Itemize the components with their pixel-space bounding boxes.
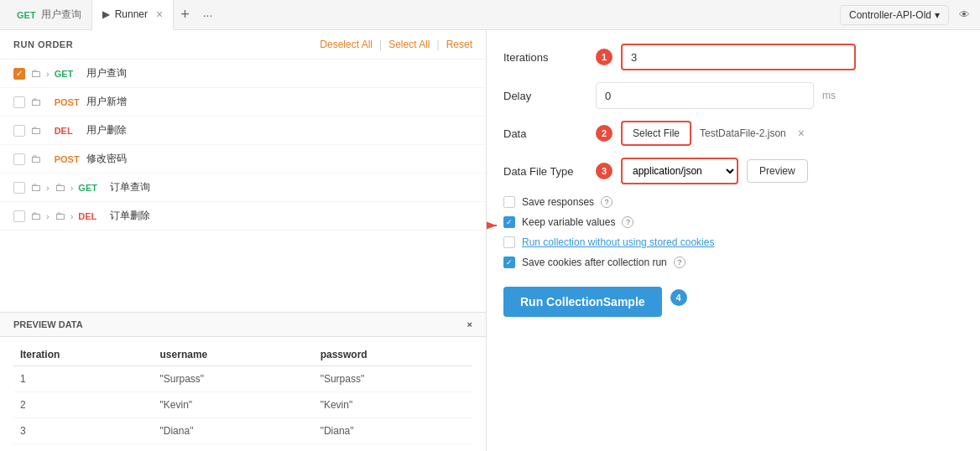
cell-password: "Kevin"	[314, 392, 472, 418]
cell-username: "Kevin"	[154, 392, 314, 418]
method-get-badge: GET	[55, 69, 81, 79]
run-button-row: Run CollectionSample 4	[503, 278, 963, 317]
collection-selector[interactable]: Controller-API-Old ▾	[840, 5, 949, 25]
step-3-badge: 3	[596, 163, 612, 179]
main-content: RUN ORDER Deselect All | Select All | Re…	[0, 30, 980, 451]
tab-get-label: 用户查询	[41, 8, 81, 22]
cell-password: "Surpass"	[314, 366, 472, 392]
run-button-label: Run CollectionSample	[520, 295, 645, 308]
checkbox-6[interactable]	[13, 210, 25, 222]
cell-iteration: 2	[13, 392, 154, 418]
cell-iteration: 3	[13, 418, 154, 444]
step-1-badge: 1	[596, 49, 612, 65]
preview-button[interactable]: Preview	[747, 159, 808, 183]
preview-table: Iteration username password 1 "Surpass" …	[0, 337, 486, 451]
table-row: 3 "Diana" "Diana"	[13, 418, 472, 444]
data-table: Iteration username password 1 "Surpass" …	[13, 344, 472, 444]
tab-more-button[interactable]: ···	[196, 8, 220, 22]
sub-folder-icon: 🗀	[55, 210, 65, 222]
method-post-badge: POST	[55, 154, 81, 164]
col-header-password: password	[314, 344, 472, 366]
keep-variable-checkbox[interactable]	[503, 216, 515, 228]
reset-button[interactable]: Reset	[446, 39, 472, 50]
checkbox-4[interactable]	[13, 153, 25, 165]
run-without-cookies-checkbox[interactable]	[503, 236, 515, 248]
folder-icon: 🗀	[30, 153, 41, 165]
select-all-button[interactable]: Select All	[388, 39, 430, 50]
select-file-button[interactable]: Select File	[621, 121, 691, 146]
folder-icon: 🗀	[30, 67, 41, 80]
iterations-label: Iterations	[503, 51, 587, 64]
tab-runner-label: Runner	[115, 8, 148, 20]
method-get-badge: GET	[78, 183, 105, 193]
preview-data-title: PREVIEW DATA	[13, 319, 83, 329]
method-del-badge: DEL	[78, 211, 105, 221]
chevron-icon: ›	[70, 183, 74, 193]
list-item[interactable]: 🗀 › POST 修改密码	[0, 145, 486, 174]
save-cookies-info-icon[interactable]: ?	[674, 257, 685, 268]
cell-username: "Surpass"	[154, 366, 314, 392]
checkbox-3[interactable]	[13, 125, 25, 137]
save-responses-checkbox[interactable]	[503, 196, 515, 208]
iterations-input[interactable]	[621, 44, 856, 70]
checkbox-2[interactable]	[13, 96, 25, 108]
list-item[interactable]: 🗀 › GET 用户查询	[0, 60, 486, 88]
save-responses-info-icon[interactable]: ?	[601, 196, 612, 208]
arrow-svg	[487, 218, 502, 233]
request-list: 🗀 › GET 用户查询 🗀 › POST 用户新增 🗀 › DEL 用户删除	[0, 60, 486, 312]
sub-folder-icon: 🗀	[55, 181, 65, 194]
deselect-all-button[interactable]: Deselect All	[320, 39, 373, 50]
run-collection-button[interactable]: Run CollectionSample	[503, 287, 662, 317]
folder-icon: 🗀	[30, 96, 41, 108]
list-item[interactable]: 🗀 › 🗀 › GET 订单查询	[0, 174, 486, 202]
delay-unit: ms	[822, 90, 836, 101]
collection-chevron-icon: ▾	[935, 9, 940, 21]
cell-username: "Diana"	[154, 418, 314, 444]
cell-password: "Diana"	[314, 418, 472, 444]
list-item[interactable]: 🗀 › POST 用户新增	[0, 88, 486, 117]
list-item[interactable]: 🗀 › 🗀 › DEL 订单删除	[0, 202, 486, 231]
keep-variable-container: Keep variable values ?	[503, 216, 963, 228]
tab-close-icon[interactable]: ×	[156, 8, 163, 21]
tab-get[interactable]: GET 用户查询	[7, 0, 92, 30]
preview-data-header: PREVIEW DATA ×	[0, 312, 486, 337]
cell-iteration: 1	[13, 366, 154, 392]
save-cookies-label: Save cookies after collection run	[522, 257, 667, 268]
run-without-cookies-row: Run collection without using stored cook…	[503, 236, 963, 248]
col-header-iteration: Iteration	[13, 344, 154, 366]
method-del-badge: DEL	[55, 126, 81, 136]
table-row: 1 "Surpass" "Surpass"	[13, 366, 472, 392]
method-post-badge: POST	[55, 97, 81, 107]
keep-variable-label: Keep variable values	[522, 216, 615, 228]
chevron-icon: ›	[46, 183, 50, 193]
checkbox-5[interactable]	[13, 182, 25, 194]
delay-row: Delay ms	[503, 82, 963, 109]
run-without-cookies-label: Run collection without using stored cook…	[522, 236, 714, 248]
folder-icon: 🗀	[30, 124, 41, 137]
request-name: 修改密码	[86, 152, 127, 166]
file-type-label: Data File Type	[503, 165, 587, 178]
folder-icon: 🗀	[30, 210, 41, 222]
keep-variable-row: Keep variable values ?	[503, 216, 963, 228]
request-name: 用户新增	[86, 95, 127, 109]
tab-runner[interactable]: ▶ Runner ×	[92, 0, 175, 30]
file-type-select[interactable]: application/json text/csv	[621, 158, 738, 184]
delay-input[interactable]	[596, 82, 814, 109]
checkbox-1[interactable]	[13, 68, 25, 80]
eye-icon[interactable]: 👁	[956, 5, 973, 24]
list-item[interactable]: 🗀 › DEL 用户删除	[0, 117, 486, 145]
runner-play-icon: ▶	[102, 8, 110, 20]
col-header-username: username	[154, 344, 314, 366]
keep-variable-info-icon[interactable]: ?	[622, 216, 633, 228]
preview-data-close-icon[interactable]: ×	[467, 319, 472, 329]
remove-file-icon[interactable]: ×	[798, 127, 805, 140]
arrow-annotation	[487, 218, 502, 233]
save-cookies-checkbox[interactable]	[503, 257, 515, 268]
chevron-icon: ›	[46, 211, 50, 221]
left-panel: RUN ORDER Deselect All | Select All | Re…	[0, 30, 487, 451]
delay-label: Delay	[503, 90, 587, 102]
step-2-badge: 2	[596, 125, 612, 142]
action-separator-2: |	[437, 39, 440, 50]
file-type-row: Data File Type 3 application/json text/c…	[503, 158, 963, 184]
tab-add-button[interactable]: +	[174, 6, 196, 23]
